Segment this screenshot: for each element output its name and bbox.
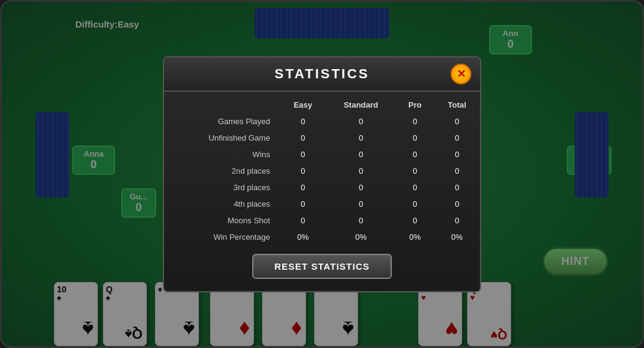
row-easy: 0 xyxy=(280,130,326,146)
device-frame: Difficulty:Easy Ann 0 Anna 0 Sharon 0 Gu… xyxy=(0,0,644,348)
row-easy: 0 xyxy=(280,146,326,163)
col-total: Total xyxy=(434,97,480,113)
statistics-modal: STATISTICS ✕ Easy Standard Pro Total xyxy=(163,56,481,292)
row-pro: 0% xyxy=(396,229,434,245)
table-row: 3rd places 0 0 0 0 xyxy=(164,179,480,196)
game-background: Difficulty:Easy Ann 0 Anna 0 Sharon 0 Gu… xyxy=(2,2,642,346)
modal-title: STATISTICS xyxy=(274,66,369,82)
statistics-table: Easy Standard Pro Total Games Played 0 0… xyxy=(164,97,480,245)
row-total: 0% xyxy=(434,229,480,245)
row-pro: 0 xyxy=(396,130,434,146)
row-label: Moons Shot xyxy=(164,212,280,229)
row-easy: 0 xyxy=(280,179,326,196)
row-standard: 0 xyxy=(326,212,396,229)
row-standard: 0% xyxy=(326,229,396,245)
table-header-row: Easy Standard Pro Total xyxy=(164,97,480,113)
row-total: 0 xyxy=(434,130,480,146)
row-pro: 0 xyxy=(396,179,434,196)
reset-button-wrapper: RESET STATISTICS xyxy=(164,254,480,279)
row-total: 0 xyxy=(434,196,480,212)
col-standard: Standard xyxy=(326,97,396,113)
row-pro: 0 xyxy=(396,113,434,130)
row-easy: 0% xyxy=(280,229,326,245)
row-label: Wins xyxy=(164,146,280,163)
row-total: 0 xyxy=(434,212,480,229)
col-pro: Pro xyxy=(396,97,434,113)
row-pro: 0 xyxy=(396,146,434,163)
row-easy: 0 xyxy=(280,113,326,130)
row-total: 0 xyxy=(434,163,480,179)
close-button[interactable]: ✕ xyxy=(451,64,471,84)
row-standard: 0 xyxy=(326,113,396,130)
table-row: 4th places 0 0 0 0 xyxy=(164,196,480,212)
row-easy: 0 xyxy=(280,212,326,229)
row-label: Unfinished Game xyxy=(164,130,280,146)
table-row: Win Percentage 0% 0% 0% 0% xyxy=(164,229,480,245)
col-easy: Easy xyxy=(280,97,326,113)
row-standard: 0 xyxy=(326,130,396,146)
row-label: 2nd places xyxy=(164,163,280,179)
row-total: 0 xyxy=(434,146,480,163)
table-row: Unfinished Game 0 0 0 0 xyxy=(164,130,480,146)
modal-header: STATISTICS ✕ xyxy=(164,57,480,92)
row-pro: 0 xyxy=(396,163,434,179)
row-standard: 0 xyxy=(326,196,396,212)
row-total: 0 xyxy=(434,179,480,196)
row-easy: 0 xyxy=(280,163,326,179)
row-label: Games Played xyxy=(164,113,280,130)
table-row: Games Played 0 0 0 0 xyxy=(164,113,480,130)
row-total: 0 xyxy=(434,113,480,130)
row-standard: 0 xyxy=(326,163,396,179)
row-easy: 0 xyxy=(280,196,326,212)
row-standard: 0 xyxy=(326,146,396,163)
table-row: 2nd places 0 0 0 0 xyxy=(164,163,480,179)
row-standard: 0 xyxy=(326,179,396,196)
row-pro: 0 xyxy=(396,212,434,229)
table-row: Wins 0 0 0 0 xyxy=(164,146,480,163)
row-label: 4th places xyxy=(164,196,280,212)
table-row: Moons Shot 0 0 0 0 xyxy=(164,212,480,229)
row-label: 3rd places xyxy=(164,179,280,196)
row-pro: 0 xyxy=(396,196,434,212)
reset-statistics-button[interactable]: RESET STATISTICS xyxy=(252,254,391,279)
col-label xyxy=(164,97,280,113)
modal-overlay: STATISTICS ✕ Easy Standard Pro Total xyxy=(2,2,642,346)
close-icon: ✕ xyxy=(457,68,466,80)
row-label: Win Percentage xyxy=(164,229,280,245)
